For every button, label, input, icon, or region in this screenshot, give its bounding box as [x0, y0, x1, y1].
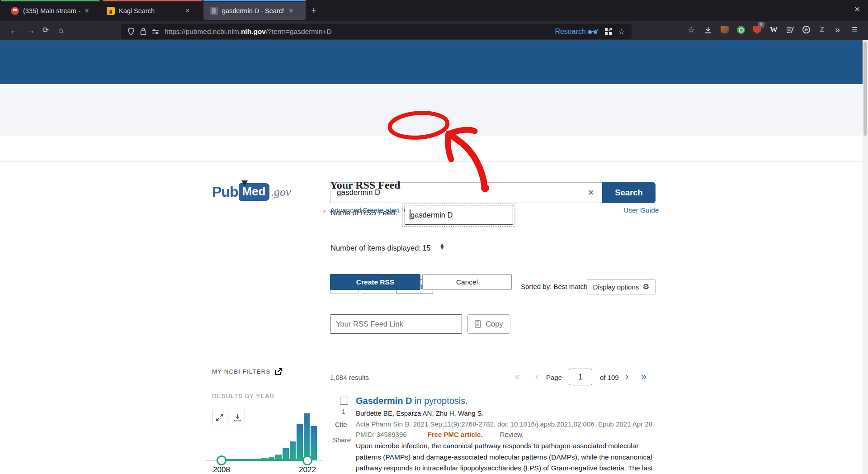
url-bar[interactable]: https://pubmed.ncbi.nlm.nih.gov/?term=ga…: [121, 24, 632, 39]
rss-name-input[interactable]: [405, 205, 513, 225]
result-citation: Acta Pharm Sin B. 2021 Sep;11(9):2768-27…: [356, 420, 654, 428]
items-displayed-label: Number of items displayed:: [330, 244, 421, 252]
copy-label: Copy: [486, 320, 503, 328]
share-button[interactable]: Share: [333, 436, 351, 444]
sorted-by-label[interactable]: Sorted by: Best match: [521, 283, 588, 290]
overflow-chevron-icon[interactable]: »: [835, 25, 840, 34]
year-bar-2020[interactable]: [297, 424, 303, 461]
result-title-term: Gasdermin D: [356, 396, 412, 406]
url-post: /?term=gasdermin+D: [266, 28, 332, 35]
page-last-icon[interactable]: »: [641, 371, 646, 383]
cite-button[interactable]: Cite: [335, 421, 347, 428]
rss-feed-link-input[interactable]: [330, 314, 462, 334]
url-pre: https://pubmed.ncbi.nlm.: [165, 28, 241, 35]
search-clear-icon[interactable]: ×: [588, 187, 594, 199]
nih-header: NIH National Library of Medicine Nationa…: [0, 40, 868, 84]
tab-title: (335) Main stream ·: [23, 7, 80, 14]
ecosia-icon[interactable]: e: [802, 26, 810, 33]
result-authors: Burdette BE, Esparza AN, Zhu H, Wang S.: [356, 409, 484, 417]
home-icon[interactable]: ⌂: [58, 26, 63, 34]
result-free-pmc[interactable]: Free PMC article.: [428, 431, 483, 438]
tab-close-icon[interactable]: ×: [185, 7, 189, 15]
stylus-stripes-icon[interactable]: [786, 27, 794, 35]
rss-feed-heading: Your RSS Feed: [330, 179, 401, 191]
pubmed-logo-pub: Pub: [212, 184, 238, 200]
results-by-year-label: RESULTS BY YEAR: [212, 393, 274, 399]
container-stripe-green: [1, 0, 99, 1]
extension-fox-icon[interactable]: [721, 26, 729, 33]
items-displayed-value[interactable]: 15: [422, 244, 430, 252]
result-number: 1: [338, 408, 349, 415]
items-stepper[interactable]: ▲ ▼: [439, 243, 445, 250]
zotero-icon[interactable]: Z: [820, 26, 824, 33]
shield-icon[interactable]: [127, 28, 135, 35]
tab-close-icon[interactable]: ×: [85, 7, 89, 15]
tab-pubmed-active[interactable]: gasdermin D - Search ×: [203, 2, 306, 20]
url-domain: nih.gov: [241, 28, 266, 35]
year-slider-handle-end[interactable]: [302, 455, 312, 465]
clipboard-icon: [475, 320, 482, 328]
pubmed-logo-med-book: Med: [239, 183, 269, 201]
result-pmid: PMID: 34589396: [356, 431, 407, 438]
tab-favicon-pubmed-icon: [210, 7, 218, 15]
result-snippet: Upon microbe infection, the canonical pa…: [356, 441, 658, 474]
downloads-icon[interactable]: [704, 26, 712, 35]
user-guide-link[interactable]: User Guide: [623, 206, 659, 214]
result-title-rest: in pyroptosis.: [412, 396, 467, 406]
new-tab-button[interactable]: +: [311, 5, 316, 16]
display-options-button[interactable]: Display options ⚙: [587, 279, 656, 294]
page-next-icon[interactable]: ›: [625, 371, 628, 383]
tab-favicon-kagi-icon: g: [107, 7, 115, 15]
tab-kagi-search[interactable]: g Kagi Search ×: [107, 2, 195, 20]
screen: (335) Main stream · × g Kagi Search × ga…: [0, 0, 868, 474]
rss-name-label: Name of RSS Feed:: [330, 209, 397, 217]
result-title-link[interactable]: Gasdermin D in pyroptosis.: [356, 396, 468, 406]
extension-green-icon[interactable]: [737, 26, 745, 34]
tab-main-stream[interactable]: (335) Main stream · ×: [11, 2, 99, 20]
page-number-input[interactable]: [569, 369, 592, 385]
page-of-label: of 109: [600, 374, 619, 381]
copy-button[interactable]: Copy: [467, 314, 510, 334]
page-first-icon: «: [514, 371, 520, 383]
forward-icon[interactable]: →: [26, 26, 35, 35]
tab-close-icon[interactable]: ×: [289, 7, 293, 15]
year-bar-2022[interactable]: [311, 426, 317, 461]
rss-name-input-wrap: [405, 205, 513, 225]
url-text[interactable]: https://pubmed.ncbi.nlm.nih.gov/?term=ga…: [165, 28, 332, 36]
save-star-icon[interactable]: ☆: [688, 26, 695, 34]
page-scrollbar-thumb[interactable]: [863, 42, 867, 136]
result-checkbox[interactable]: [340, 397, 348, 405]
search-button[interactable]: Search: [602, 182, 656, 203]
wikipedia-icon[interactable]: W: [770, 26, 778, 33]
results-count: 1,084 results: [330, 374, 369, 381]
browser-tab-bar: (335) Main stream · × g Kagi Search × ga…: [0, 0, 868, 21]
text-caret: [410, 209, 410, 220]
pubmed-logo[interactable]: Pub Med .gov: [212, 183, 291, 201]
permissions-toggle-icon[interactable]: [152, 29, 159, 34]
back-icon[interactable]: ←: [10, 26, 19, 35]
bookmark-star-icon[interactable]: ☆: [618, 28, 625, 36]
shortcuts-grid-icon[interactable]: [605, 28, 612, 35]
my-ncbi-filters-label: MY NCBI FILTERS: [212, 368, 270, 375]
external-link-icon: [275, 368, 282, 375]
page-label: Page: [546, 374, 562, 381]
result-ids-row: PMID: 34589396 Free PMC article. Review.: [356, 431, 524, 438]
year-slider-track[interactable]: [222, 459, 307, 461]
pubmed-logo-gov: .gov: [271, 185, 291, 199]
lock-icon[interactable]: [140, 28, 146, 35]
year-slider-handle-start[interactable]: [217, 455, 226, 465]
window-close-button[interactable]: ×: [854, 4, 860, 14]
result-review-tag[interactable]: Review.: [500, 431, 524, 438]
gear-icon: ⚙: [642, 282, 649, 292]
year-bar-2019[interactable]: [290, 441, 296, 461]
create-rss-button[interactable]: Create RSS: [330, 274, 420, 290]
year-bar-2021[interactable]: [304, 413, 310, 461]
container-glasses-icon: [588, 29, 598, 34]
tab-title: gasdermin D - Search: [222, 7, 284, 14]
reload-icon[interactable]: ⟳: [42, 26, 49, 34]
stepper-down-icon[interactable]: ▼: [439, 246, 445, 250]
my-ncbi-filters[interactable]: MY NCBI FILTERS: [212, 368, 282, 375]
cancel-button[interactable]: Cancel: [422, 274, 512, 290]
menu-icon[interactable]: ≡: [852, 24, 858, 34]
ublock-badge: 2: [758, 22, 764, 28]
